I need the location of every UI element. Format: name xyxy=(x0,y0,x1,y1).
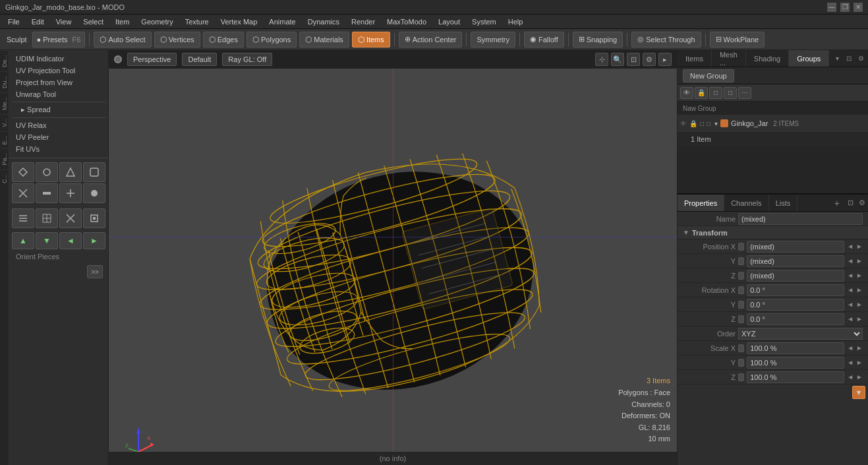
menu-view[interactable]: View xyxy=(51,16,77,27)
groups-tb-more[interactable]: ⋯ xyxy=(738,87,751,99)
rotation-x-arrow-right[interactable]: ► xyxy=(856,286,863,294)
scale-x-input[interactable] xyxy=(747,342,844,354)
rotation-x-lock[interactable] xyxy=(738,286,744,294)
menu-system[interactable]: System xyxy=(467,16,502,27)
tool-btn-1[interactable] xyxy=(12,162,34,182)
menu-item[interactable]: Item xyxy=(110,16,134,27)
new-group-button[interactable]: New Group xyxy=(683,69,734,82)
menu-render[interactable]: Render xyxy=(346,16,380,27)
position-z-lock[interactable] xyxy=(738,272,744,280)
rotation-y-arrow-left[interactable]: ◄ xyxy=(847,301,854,308)
expand-button[interactable]: >> xyxy=(87,265,103,278)
props-tab-channels[interactable]: Channels xyxy=(724,195,768,211)
viewport[interactable]: Perspective Default Ray GL: Off ⊹ 🔍 ⊡ ⚙ … xyxy=(109,50,677,465)
rotation-y-arrow-right[interactable]: ► xyxy=(856,301,863,308)
position-y-arrow-right[interactable]: ► xyxy=(856,257,863,264)
maximize-button[interactable]: ❐ xyxy=(840,3,850,12)
position-y-input[interactable] xyxy=(747,255,844,267)
side-tab-c[interactable]: C... xyxy=(0,170,9,187)
unwrap-tool[interactable]: Unwrap Tool xyxy=(12,88,105,100)
scale-y-arrow-right[interactable]: ► xyxy=(856,359,863,366)
scale-z-input[interactable] xyxy=(747,371,844,383)
position-z-arrow-right[interactable]: ► xyxy=(856,272,863,279)
scale-y-arrow-left[interactable]: ◄ xyxy=(847,359,854,366)
groups-tb-box[interactable]: □ xyxy=(709,87,722,99)
rotation-y-input[interactable] xyxy=(747,299,844,311)
groups-tb-box2[interactable]: □ xyxy=(724,87,737,99)
menu-layout[interactable]: Layout xyxy=(433,16,465,27)
tool-btn-5[interactable] xyxy=(12,183,34,203)
rotation-z-arrow-left[interactable]: ◄ xyxy=(847,315,854,323)
scale-x-arrow-right[interactable]: ► xyxy=(856,344,863,352)
project-from-view[interactable]: Project from View xyxy=(12,77,105,88)
items-button[interactable]: ⬡ Items xyxy=(352,32,390,47)
groups-tb-lock[interactable]: 🔒 xyxy=(695,87,708,99)
scale-z-arrow-left[interactable]: ◄ xyxy=(847,373,854,381)
side-tab-v[interactable]: V... xyxy=(0,114,9,131)
rotation-x-arrow-left[interactable]: ◄ xyxy=(847,286,854,294)
groups-tb-eye[interactable]: 👁 xyxy=(680,87,693,99)
tool-btn-12[interactable] xyxy=(83,208,105,228)
ray-gl-button[interactable]: Ray GL: Off xyxy=(222,53,272,66)
viewport-icon-1[interactable]: ⊹ xyxy=(595,53,608,66)
tool-btn-11[interactable] xyxy=(59,208,82,228)
default-style-button[interactable]: Default xyxy=(182,53,217,66)
group-row-ginkgo[interactable]: 👁 🔒 □ □ ▾ Ginkgo_Jar 2 ITEMS xyxy=(678,115,868,132)
tool-btn-4[interactable] xyxy=(83,162,105,182)
rotation-z-arrow-right[interactable]: ► xyxy=(856,315,863,323)
scale-z-arrow-right[interactable]: ► xyxy=(856,373,863,381)
auto-select-button[interactable]: ⬡ Auto Select xyxy=(94,32,151,47)
props-tab-properties[interactable]: Properties xyxy=(678,195,724,211)
tab-mesh[interactable]: Mesh ... xyxy=(712,50,746,67)
tool-btn-2[interactable] xyxy=(36,162,58,182)
tool-btn-6[interactable] xyxy=(36,183,58,203)
menu-edit[interactable]: Edit xyxy=(26,16,49,27)
materials-button[interactable]: ⬡ Materials xyxy=(299,32,349,47)
action-center-button[interactable]: ⊕ Action Center xyxy=(399,32,463,47)
close-button[interactable]: ✕ xyxy=(854,3,863,12)
symmetry-button[interactable]: Symmetry xyxy=(471,32,515,47)
side-tab-e[interactable]: E... xyxy=(0,131,9,149)
scale-y-lock[interactable] xyxy=(738,359,744,367)
menu-geometry[interactable]: Geometry xyxy=(136,16,178,27)
position-x-arrow-right[interactable]: ► xyxy=(856,243,863,250)
tab-shading[interactable]: Shading xyxy=(746,50,789,67)
viewport-icon-2[interactable]: 🔍 xyxy=(611,53,624,66)
spread-item[interactable]: ▸ Spread xyxy=(12,104,105,116)
udim-indicator[interactable]: UDIM Indicator xyxy=(12,53,105,65)
tool-btn-3[interactable] xyxy=(59,162,82,182)
scale-x-lock[interactable] xyxy=(738,344,744,352)
menu-select[interactable]: Select xyxy=(78,16,109,27)
rotation-z-input[interactable] xyxy=(747,313,844,325)
uv-relax[interactable]: UV Relax xyxy=(12,119,105,131)
scale-z-lock[interactable] xyxy=(738,373,744,381)
side-tab-du[interactable]: Du... xyxy=(0,71,9,92)
falloff-button[interactable]: ◉ Falloff xyxy=(524,32,564,47)
name-input[interactable] xyxy=(738,213,863,225)
position-z-input[interactable] xyxy=(747,270,844,282)
props-tab-lists[interactable]: Lists xyxy=(769,195,798,211)
tool-btn-10[interactable] xyxy=(36,208,58,228)
menu-vertex-map[interactable]: Vertex Map xyxy=(216,16,263,27)
arrow-up-btn[interactable]: ▲ xyxy=(12,232,34,249)
uv-projection-tool[interactable]: UV Projection Tool xyxy=(12,65,105,77)
uv-peeler[interactable]: UV Peeler xyxy=(12,131,105,143)
side-tab-pa[interactable]: Pa... xyxy=(0,148,9,170)
position-y-lock[interactable] xyxy=(738,257,744,265)
tool-btn-7[interactable] xyxy=(59,183,82,203)
tool-btn-9[interactable] xyxy=(12,208,34,228)
side-tab-me[interactable]: Me... xyxy=(0,92,9,114)
position-x-lock[interactable] xyxy=(738,243,744,251)
snapping-button[interactable]: ⊞ Snapping xyxy=(573,32,623,47)
panel-expand-icon[interactable]: ⊡ xyxy=(844,53,854,64)
rotation-z-lock[interactable] xyxy=(738,315,744,323)
minimize-button[interactable]: — xyxy=(827,3,836,12)
scale-y-input[interactable] xyxy=(747,357,844,369)
tool-btn-8[interactable] xyxy=(83,183,105,203)
subitem-row-1[interactable]: 1 Item xyxy=(678,132,868,146)
tab-groups[interactable]: Groups xyxy=(789,50,829,67)
props-settings-icon[interactable]: ⚙ xyxy=(856,195,868,211)
select-through-button[interactable]: ◎ Select Through xyxy=(631,32,701,47)
side-tab-de[interactable]: De... xyxy=(0,50,9,71)
vertices-button[interactable]: ⬡ Vertices xyxy=(154,32,200,47)
